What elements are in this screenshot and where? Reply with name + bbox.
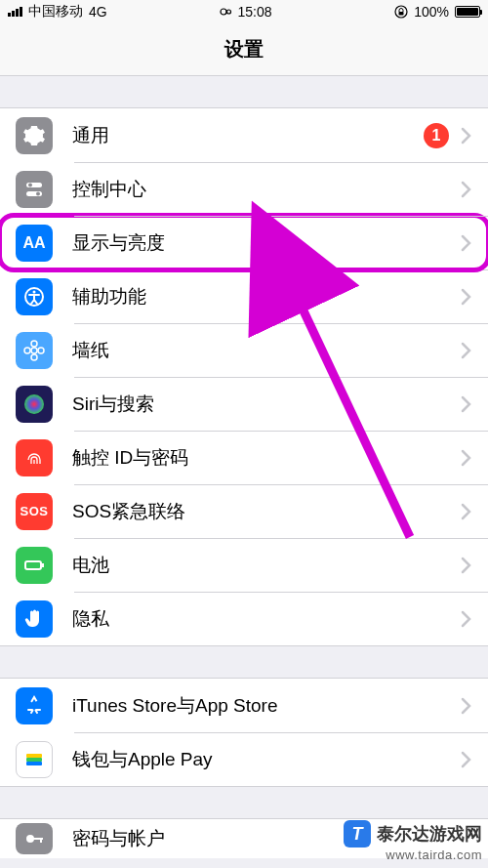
- row-sos[interactable]: SOS SOS紧急联络: [0, 484, 488, 538]
- row-label: 显示与亮度: [72, 230, 461, 256]
- chevron-right-icon: [461, 127, 472, 145]
- wallet-icon: [16, 741, 53, 778]
- row-label: 电池: [72, 553, 461, 578]
- row-itunes-appstore[interactable]: iTunes Store与App Store: [0, 679, 488, 732]
- chevron-right-icon: [461, 697, 472, 715]
- siri-icon: [16, 386, 53, 423]
- sos-icon: SOS: [16, 493, 53, 530]
- svg-point-5: [36, 191, 40, 195]
- group-spacer: [0, 646, 488, 678]
- key-icon: [16, 823, 53, 854]
- chevron-right-icon: [461, 234, 472, 252]
- chevron-right-icon: [461, 449, 472, 467]
- row-battery[interactable]: 电池: [0, 538, 488, 592]
- svg-point-8: [31, 348, 37, 353]
- row-touch-id[interactable]: 触控 ID与密码: [0, 431, 488, 484]
- settings-group-main: 通用 1 控制中心 AA 显示与亮度 辅助功能 墙纸 Siri与搜索: [0, 107, 488, 646]
- svg-point-9: [31, 341, 37, 347]
- svg-rect-1: [399, 12, 404, 16]
- page-title: 设置: [224, 36, 264, 62]
- watermark-brand: 泰尔达游戏网: [377, 822, 482, 846]
- row-label: 墙纸: [72, 338, 461, 363]
- carrier-label: 中国移动: [28, 3, 83, 21]
- chevron-right-icon: [461, 610, 472, 628]
- row-siri-search[interactable]: Siri与搜索: [0, 377, 488, 431]
- row-label: 隐私: [72, 606, 461, 632]
- accessibility-icon: [16, 278, 53, 315]
- svg-point-13: [24, 394, 44, 414]
- svg-point-19: [26, 835, 34, 843]
- row-control-center[interactable]: 控制中心: [0, 162, 488, 216]
- watermark-url: www.tairda.com: [386, 847, 482, 862]
- battery-row-icon: [16, 547, 53, 584]
- row-privacy[interactable]: 隐私: [0, 592, 488, 645]
- flower-icon: [16, 332, 53, 369]
- badge-count: 1: [424, 123, 449, 148]
- svg-rect-18: [26, 762, 42, 765]
- svg-rect-16: [26, 754, 42, 758]
- chevron-right-icon: [461, 181, 472, 198]
- row-display-brightness[interactable]: AA 显示与亮度: [0, 216, 488, 269]
- watermark-badge-icon: T: [344, 820, 371, 847]
- svg-rect-21: [40, 838, 42, 843]
- time-label: 15:08: [237, 4, 271, 20]
- text-size-icon: AA: [16, 225, 53, 262]
- signal-icon: [8, 7, 22, 17]
- chevron-right-icon: [461, 342, 472, 359]
- watermark: T 泰尔达游戏网 www.tairda.com: [344, 820, 482, 862]
- row-label: 辅助功能: [72, 284, 461, 310]
- row-label: SOS紧急联络: [72, 499, 461, 524]
- group-spacer: [0, 76, 488, 107]
- chevron-right-icon: [461, 751, 472, 768]
- status-right: 100%: [394, 4, 480, 20]
- row-label: 触控 ID与密码: [72, 445, 461, 471]
- network-label: 4G: [89, 4, 107, 20]
- nav-bar: 设置: [0, 23, 488, 76]
- svg-rect-14: [25, 561, 41, 569]
- row-label: 钱包与Apple Pay: [72, 747, 461, 772]
- svg-point-7: [33, 290, 36, 293]
- svg-point-11: [24, 348, 30, 353]
- row-label: iTunes Store与App Store: [72, 693, 461, 719]
- svg-rect-15: [42, 563, 44, 567]
- svg-point-10: [31, 354, 37, 360]
- row-wallet-applepay[interactable]: 钱包与Apple Pay: [0, 732, 488, 786]
- chevron-right-icon: [461, 395, 472, 413]
- row-label: Siri与搜索: [72, 392, 461, 417]
- row-general[interactable]: 通用 1: [0, 108, 488, 162]
- toggles-icon: [16, 171, 53, 208]
- row-label: 通用: [72, 123, 424, 148]
- hotspot-icon: [216, 6, 233, 18]
- battery-pct-label: 100%: [414, 4, 449, 20]
- svg-rect-17: [26, 758, 42, 762]
- svg-point-4: [28, 183, 32, 186]
- status-left: 中国移动 4G: [8, 3, 107, 21]
- svg-point-12: [38, 348, 44, 353]
- chevron-right-icon: [461, 557, 472, 574]
- group-spacer: [0, 787, 488, 818]
- orientation-lock-icon: [394, 5, 408, 19]
- hand-icon: [16, 600, 53, 638]
- gear-icon: [16, 117, 53, 154]
- battery-icon: [455, 6, 480, 18]
- row-accessibility[interactable]: 辅助功能: [0, 269, 488, 323]
- fingerprint-icon: [16, 439, 53, 476]
- row-wallpaper[interactable]: 墙纸: [0, 323, 488, 377]
- row-label: 控制中心: [72, 177, 461, 202]
- chevron-right-icon: [461, 503, 472, 520]
- appstore-icon: [16, 687, 53, 724]
- chevron-right-icon: [461, 288, 472, 306]
- status-bar: 中国移动 4G 15:08 100%: [0, 0, 488, 23]
- settings-group-store: iTunes Store与App Store 钱包与Apple Pay: [0, 678, 488, 787]
